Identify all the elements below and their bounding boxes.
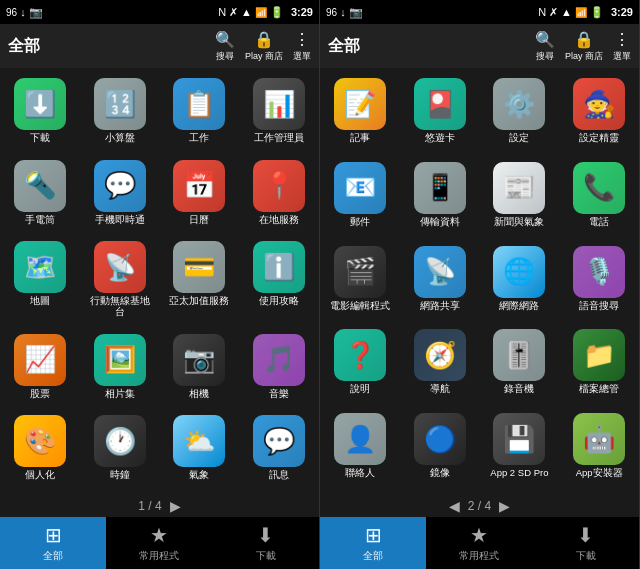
page-number: 2 / 4 — [468, 499, 491, 513]
bottom-nav: ⊞ 全部 ★ 常用程式 ⬇ 下載 — [0, 517, 319, 569]
app-item-news[interactable]: 📰 新聞與氣象 — [482, 158, 558, 238]
app-item-notes[interactable]: 📝 記事 — [322, 74, 398, 154]
top-bar-actions: 🔍搜尋🔒Play 商店⋮選單 — [215, 30, 311, 63]
app-label-recorder: 錄音機 — [504, 383, 534, 394]
app-item-personalize[interactable]: 🎨 個人化 — [2, 411, 78, 489]
app-item-work[interactable]: 📋 工作 — [162, 74, 238, 152]
next-page-arrow[interactable]: ▶ — [499, 498, 510, 514]
panel-left: 96 ↓ 📷 N ✗ ▲ 📶 🔋 3:29 全部🔍搜尋🔒Play 商店⋮選單 ⬇… — [0, 0, 320, 569]
app-item-messenger[interactable]: 💬 手機即時通 — [82, 156, 158, 234]
screenshot-icon: 📷 — [29, 6, 43, 19]
nav-label-all: 全部 — [43, 549, 63, 563]
menu-icon: ⋮ — [293, 30, 311, 49]
app-label-guide: 使用攻略 — [259, 295, 299, 306]
app-item-transfer[interactable]: 📱 傳輸資料 — [402, 158, 478, 238]
nav-item-frequent[interactable]: ★ 常用程式 — [426, 517, 532, 569]
store-button[interactable]: 🔒Play 商店 — [565, 30, 603, 63]
search-button[interactable]: 🔍搜尋 — [535, 30, 555, 63]
app-icon-phone: 📞 — [573, 162, 625, 214]
app-icon-wireless: 📡 — [94, 241, 146, 293]
store-icon: 🔒 — [245, 30, 283, 49]
app-item-phone[interactable]: 📞 電話 — [561, 158, 637, 238]
app-item-app2sd[interactable]: 💾 App 2 SD Pro — [482, 409, 558, 489]
app-item-task-manager[interactable]: 📊 工作管理員 — [241, 74, 317, 152]
nav-item-all[interactable]: ⊞ 全部 — [320, 517, 426, 569]
nav-item-all[interactable]: ⊞ 全部 — [0, 517, 106, 569]
app-item-internet[interactable]: 🌐 網際網路 — [482, 242, 558, 322]
menu-button[interactable]: ⋮選單 — [293, 30, 311, 63]
app-item-music[interactable]: 🎵 音樂 — [241, 330, 317, 408]
app-icon-calendar: 📅 — [173, 160, 225, 212]
page-indicator: ◀2 / 4▶ — [320, 495, 639, 517]
app-item-messages[interactable]: 💬 訊息 — [241, 411, 317, 489]
app-label-easycard: 悠遊卡 — [425, 132, 455, 143]
network-icon: 📶 — [255, 7, 267, 18]
app-label-file-manager: 檔案總管 — [579, 383, 619, 394]
app-item-weather[interactable]: ⛅ 氣象 — [162, 411, 238, 489]
app-item-easycard[interactable]: 🎴 悠遊卡 — [402, 74, 478, 154]
app-item-recorder[interactable]: 🎚️ 錄音機 — [482, 325, 558, 405]
time-display: 3:29 — [291, 6, 313, 18]
nav-item-download-tab[interactable]: ⬇ 下載 — [533, 517, 639, 569]
app-icon-stocks: 📈 — [14, 334, 66, 386]
app-label-app2sd: App 2 SD Pro — [490, 467, 548, 478]
nav-item-frequent[interactable]: ★ 常用程式 — [106, 517, 212, 569]
nfc-icon: N — [218, 6, 226, 18]
nav-label-download-tab: 下載 — [256, 549, 276, 563]
app-icon-messages: 💬 — [253, 415, 305, 467]
store-button[interactable]: 🔒Play 商店 — [245, 30, 283, 63]
app-icon-weather: ⛅ — [173, 415, 225, 467]
app-item-flashlight[interactable]: 🔦 手電筒 — [2, 156, 78, 234]
app-item-download[interactable]: ⬇️ 下載 — [2, 74, 78, 152]
app-label-calculator: 小算盤 — [105, 132, 135, 143]
app-item-camera[interactable]: 📷 相機 — [162, 330, 238, 408]
app-item-voice-search[interactable]: 🎙️ 語音搜尋 — [561, 242, 637, 322]
app-item-photos[interactable]: 🖼️ 相片集 — [82, 330, 158, 408]
menu-label: 選單 — [293, 51, 311, 61]
menu-button[interactable]: ⋮選單 — [613, 30, 631, 63]
app-item-clock[interactable]: 🕐 時鐘 — [82, 411, 158, 489]
app-item-mirror[interactable]: 🔵 鏡像 — [402, 409, 478, 489]
screenshot-icon: 📷 — [349, 6, 363, 19]
app-item-video-editor[interactable]: 🎬 電影編輯程式 — [322, 242, 398, 322]
app-item-maps[interactable]: 🗺️ 地圖 — [2, 237, 78, 326]
app-icon-photos: 🖼️ — [94, 334, 146, 386]
app-item-location[interactable]: 📍 在地服務 — [241, 156, 317, 234]
app-item-calendar[interactable]: 📅 日曆 — [162, 156, 238, 234]
app-label-video-editor: 電影編輯程式 — [330, 300, 390, 311]
app-icon-maps: 🗺️ — [14, 241, 66, 293]
app-item-hotspot[interactable]: 📡 網路共享 — [402, 242, 478, 322]
app-label-personalize: 個人化 — [25, 469, 55, 480]
app-item-file-manager[interactable]: 📁 檔案總管 — [561, 325, 637, 405]
app-label-contacts: 聯絡人 — [345, 467, 375, 478]
app-item-contacts[interactable]: 👤 聯絡人 — [322, 409, 398, 489]
app-label-email: 郵件 — [350, 216, 370, 227]
search-label: 搜尋 — [536, 51, 554, 61]
next-page-arrow[interactable]: ▶ — [170, 498, 181, 514]
status-bar: 96 ↓ 📷 N ✗ ▲ 📶 🔋 3:29 — [0, 0, 319, 24]
prev-page-arrow[interactable]: ◀ — [449, 498, 460, 514]
app-item-help[interactable]: ❓ 說明 — [322, 325, 398, 405]
app-icon-setup-wizard: 🧙 — [573, 78, 625, 130]
battery-icon: 🔋 — [590, 6, 604, 19]
time-display: 3:29 — [611, 6, 633, 18]
section-title: 全部 — [328, 36, 360, 57]
app-item-calculator[interactable]: 🔢 小算盤 — [82, 74, 158, 152]
app-label-camera: 相機 — [189, 388, 209, 399]
app-item-guide[interactable]: ℹ️ 使用攻略 — [241, 237, 317, 326]
app-item-setup-wizard[interactable]: 🧙 設定精靈 — [561, 74, 637, 154]
nav-item-download-tab[interactable]: ⬇ 下載 — [213, 517, 319, 569]
app-item-email[interactable]: 📧 郵件 — [322, 158, 398, 238]
app-icon-app-installer: 🤖 — [573, 413, 625, 465]
app-label-news: 新聞與氣象 — [494, 216, 544, 227]
app-label-voice-search: 語音搜尋 — [579, 300, 619, 311]
app-item-app-installer[interactable]: 🤖 App安裝器 — [561, 409, 637, 489]
wifi-icon: ▲ — [241, 6, 252, 18]
app-item-wireless[interactable]: 📡 行動無線基地台 — [82, 237, 158, 326]
app-item-stocks[interactable]: 📈 股票 — [2, 330, 78, 408]
top-bar-actions: 🔍搜尋🔒Play 商店⋮選單 — [535, 30, 631, 63]
app-item-settings[interactable]: ⚙️ 設定 — [482, 74, 558, 154]
app-item-navigation[interactable]: 🧭 導航 — [402, 325, 478, 405]
search-button[interactable]: 🔍搜尋 — [215, 30, 235, 63]
app-item-sim[interactable]: 💳 亞太加值服務 — [162, 237, 238, 326]
